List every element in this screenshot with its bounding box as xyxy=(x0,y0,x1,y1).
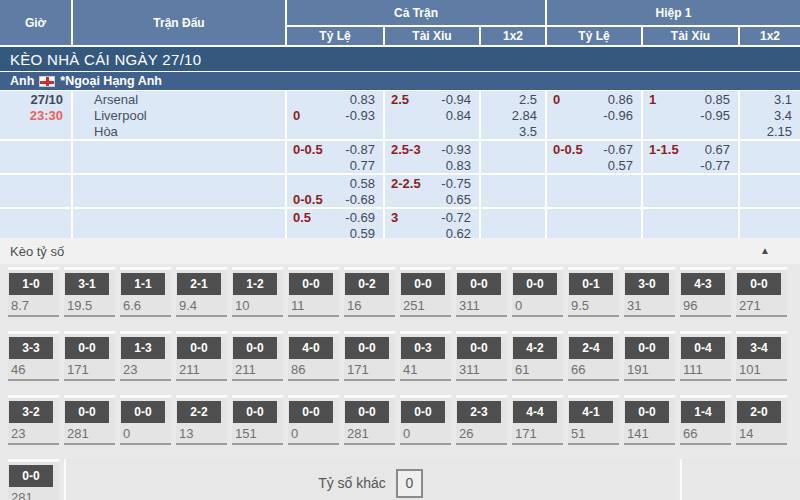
score-odds-cell[interactable]: 2-19.4 xyxy=(176,267,227,317)
score-odds-cell[interactable]: 2-326 xyxy=(456,395,507,445)
score-chip[interactable]: 0-0 xyxy=(345,337,389,359)
score-chip[interactable]: 0-0 xyxy=(737,273,781,295)
score-odds-cell[interactable]: 0-0281 xyxy=(344,395,395,445)
score-odds-cell[interactable]: 0-216 xyxy=(344,267,395,317)
score-chip[interactable]: 4-1 xyxy=(569,401,613,423)
score-odds-cell[interactable]: 3-4101 xyxy=(736,331,787,381)
score-odds-cell[interactable]: 0-00 xyxy=(120,395,171,445)
score-chip[interactable]: 0-0 xyxy=(65,337,109,359)
score-chip[interactable]: 2-4 xyxy=(569,337,613,359)
ft-handicap-cell[interactable]: 00.83-0.93 xyxy=(287,91,383,139)
score-odds-cell[interactable]: 0-19.5 xyxy=(568,267,619,317)
score-chip[interactable]: 2-2 xyxy=(177,401,221,423)
score-odds-cell[interactable]: 0-00 xyxy=(512,267,563,317)
score-chip[interactable]: 0-0 xyxy=(345,401,389,423)
score-chip[interactable]: 0-0 xyxy=(513,273,557,295)
score-odds-cell[interactable]: 3-346 xyxy=(8,331,59,381)
score-odds-cell[interactable]: 0-0271 xyxy=(736,267,787,317)
score-odds-cell[interactable]: 1-210 xyxy=(232,267,283,317)
score-chip[interactable]: 0-0 xyxy=(401,401,445,423)
h1-handicap-cell[interactable]: 0-0.5-0.670.57 xyxy=(547,141,641,173)
score-chip[interactable]: 3-4 xyxy=(737,337,781,359)
score-odds-cell[interactable]: 0-0171 xyxy=(344,331,395,381)
match-teams-cell[interactable]: ArsenalLiverpoolHòa xyxy=(73,91,285,139)
other-score-input[interactable]: 0 xyxy=(396,469,423,498)
score-chip[interactable]: 2-1 xyxy=(177,273,221,295)
score-odds-cell[interactable]: 0-0141 xyxy=(624,395,675,445)
h1-overunder-cell[interactable]: 10.85-0.95 xyxy=(643,91,738,139)
score-odds-cell[interactable]: 3-031 xyxy=(624,267,675,317)
score-chip[interactable]: 0-0 xyxy=(9,465,53,487)
h1-1x2-cell[interactable]: 3.13.42.15 xyxy=(740,91,800,139)
score-chip[interactable]: 0-4 xyxy=(681,337,725,359)
score-chip[interactable]: 4-4 xyxy=(513,401,557,423)
score-odds-cell[interactable]: 0-0211 xyxy=(176,331,227,381)
score-chip[interactable]: 0-0 xyxy=(65,401,109,423)
score-chip[interactable]: 3-3 xyxy=(9,337,53,359)
score-chip[interactable]: 3-2 xyxy=(9,401,53,423)
score-chip[interactable]: 3-0 xyxy=(625,273,669,295)
score-odds-cell[interactable]: 0-4111 xyxy=(680,331,731,381)
score-chip[interactable]: 0-0 xyxy=(457,273,501,295)
score-odds-cell[interactable]: 0-0311 xyxy=(456,331,507,381)
league-bar[interactable]: Anh *Ngoại Hạng Anh xyxy=(0,72,800,90)
score-odds-cell[interactable]: 0-00 xyxy=(288,395,339,445)
score-chip[interactable]: 1-3 xyxy=(121,337,165,359)
ft-overunder-cell[interactable]: 2-2.5-0.750.65 xyxy=(385,175,479,207)
score-odds-cell[interactable]: 1-16.6 xyxy=(120,267,171,317)
ft-handicap-cell[interactable]: 0-0.5-0.870.77 xyxy=(287,141,383,173)
score-odds-cell[interactable]: 4-4171 xyxy=(512,395,563,445)
score-chip[interactable]: 4-2 xyxy=(513,337,557,359)
score-odds-cell[interactable]: 0-0191 xyxy=(624,331,675,381)
score-chip[interactable]: 0-0 xyxy=(289,273,333,295)
score-odds-cell[interactable]: 0-0281 xyxy=(64,395,115,445)
score-odds-cell[interactable]: 2-466 xyxy=(568,331,619,381)
score-chip[interactable]: 0-0 xyxy=(625,401,669,423)
score-chip[interactable]: 0-0 xyxy=(177,337,221,359)
score-odds-cell[interactable]: 2-213 xyxy=(176,395,227,445)
ft-handicap-cell[interactable]: 0-0.50.58-0.68 xyxy=(287,175,383,207)
score-chip[interactable]: 0-1 xyxy=(569,273,613,295)
score-chip[interactable]: 0-0 xyxy=(233,401,277,423)
score-odds-cell[interactable]: 1-466 xyxy=(680,395,731,445)
score-chip[interactable]: 2-0 xyxy=(737,401,781,423)
score-odds-cell[interactable]: 4-086 xyxy=(288,331,339,381)
score-odds-cell[interactable]: 0-00 xyxy=(400,395,451,445)
score-odds-cell[interactable]: 4-261 xyxy=(512,331,563,381)
score-chip[interactable]: 0-0 xyxy=(289,401,333,423)
score-odds-cell[interactable]: 1-323 xyxy=(120,331,171,381)
score-odds-cell[interactable]: 0-0251 xyxy=(400,267,451,317)
score-odds-cell[interactable]: 4-151 xyxy=(568,395,619,445)
score-chip[interactable]: 1-2 xyxy=(233,273,277,295)
h1-handicap-cell[interactable]: 00.86-0.96 xyxy=(547,91,641,139)
score-chip[interactable]: 4-0 xyxy=(289,337,333,359)
score-odds-cell[interactable]: 3-223 xyxy=(8,395,59,445)
ft-1x2-cell[interactable]: 2.52.843.5 xyxy=(481,91,545,139)
score-odds-cell[interactable]: 4-396 xyxy=(680,267,731,317)
score-chip[interactable]: 0-0 xyxy=(233,337,277,359)
score-chip[interactable]: 2-3 xyxy=(457,401,501,423)
score-chip[interactable]: 3-1 xyxy=(65,273,109,295)
score-odds-cell[interactable]: 0-0151 xyxy=(232,395,283,445)
score-odds-cell[interactable]: 0-0171 xyxy=(64,331,115,381)
score-odds-cell[interactable]: 3-119.5 xyxy=(64,267,115,317)
ft-overunder-cell[interactable]: 2.5-3-0.930.83 xyxy=(385,141,479,173)
score-odds-cell[interactable]: 2-014 xyxy=(736,395,787,445)
ft-overunder-cell[interactable]: 2.5-0.940.84 xyxy=(385,91,479,139)
score-chip[interactable]: 0-0 xyxy=(401,273,445,295)
chevron-up-icon[interactable]: ▲ xyxy=(760,245,770,256)
score-chip[interactable]: 0-0 xyxy=(121,401,165,423)
ft-handicap-cell[interactable]: 0.5-0.690.59 xyxy=(287,209,383,241)
score-chip[interactable]: 4-3 xyxy=(681,273,725,295)
score-chip[interactable]: 1-4 xyxy=(681,401,725,423)
h1-overunder-cell[interactable]: 1-1.50.67-0.77 xyxy=(643,141,738,173)
score-chip[interactable]: 0-0 xyxy=(625,337,669,359)
score-odds-cell[interactable]: 0-011 xyxy=(288,267,339,317)
score-chip[interactable]: 1-0 xyxy=(9,273,53,295)
score-odds-cell[interactable]: 0-0211 xyxy=(232,331,283,381)
score-chip[interactable]: 0-2 xyxy=(345,273,389,295)
score-chip[interactable]: 0-3 xyxy=(401,337,445,359)
score-odds-cell[interactable]: 0-341 xyxy=(400,331,451,381)
ft-overunder-cell[interactable]: 3-0.720.62 xyxy=(385,209,479,241)
score-odds-cell[interactable]: 0-0311 xyxy=(456,267,507,317)
